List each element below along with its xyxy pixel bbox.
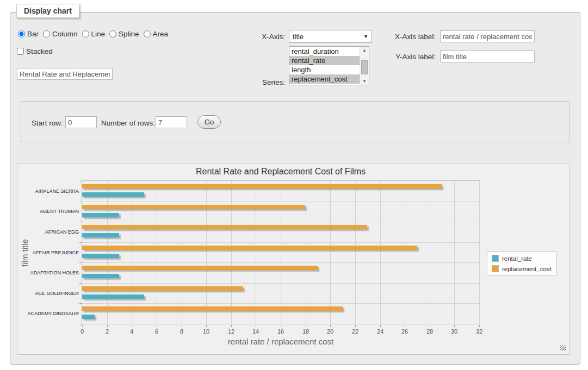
- x-tick-label: 10: [194, 328, 218, 335]
- x-tick-label: 14: [244, 328, 268, 335]
- x-axis-tick: [107, 325, 108, 327]
- y-axis-tick: [79, 303, 82, 304]
- x-axis-tick: [454, 325, 455, 327]
- y-axis-label-input[interactable]: [440, 51, 535, 62]
- y-axis-label-label: Y-Axis label:: [388, 53, 436, 61]
- gridline: [231, 181, 232, 324]
- x-tick-label: 18: [294, 328, 318, 335]
- bar-rental_rate: [82, 294, 144, 299]
- x-axis-tick: [281, 325, 281, 327]
- bar-rental_rate: [82, 254, 119, 258]
- x-axis-title: rental rate / replacement cost: [82, 337, 480, 346]
- x-tick-label: 30: [442, 328, 466, 335]
- bar-replacement_cost: [82, 306, 343, 311]
- y-category-label: ACE GOLDFINGER: [19, 291, 79, 296]
- x-tick-label: 26: [393, 328, 417, 335]
- x-tick-label: 32: [467, 328, 491, 335]
- y-axis-tick: [79, 242, 82, 243]
- scroll-down-icon[interactable]: ▼: [360, 79, 369, 84]
- gridline: [82, 242, 479, 243]
- gridline: [430, 181, 430, 324]
- x-tick-label: 2: [95, 328, 119, 335]
- bar-replacement_cost: [82, 286, 243, 291]
- chart-type-radio-label: Area: [153, 30, 169, 38]
- scroll-up-icon[interactable]: ▲: [360, 48, 369, 53]
- bar-replacement_cost: [82, 246, 417, 250]
- panel-legend: Display chart: [16, 4, 79, 18]
- x-axis-tick: [479, 325, 480, 327]
- chart-type-radios: BarColumnLineSplineArea: [18, 30, 171, 38]
- gridline: [157, 181, 157, 324]
- stacked-option[interactable]: Stacked: [17, 47, 53, 55]
- gridline: [405, 181, 405, 324]
- chart-type-radio-column[interactable]: [43, 30, 50, 37]
- x-tick-label: 28: [418, 328, 442, 335]
- x-axis-tick: [330, 325, 331, 327]
- x-axis-select-label: X-Axis:: [248, 33, 285, 41]
- gridline: [132, 181, 132, 324]
- x-tick-label: 6: [145, 328, 169, 335]
- x-tick-label: 12: [219, 328, 243, 335]
- gridline: [206, 181, 207, 324]
- y-axis-tick: [79, 202, 82, 202]
- scrollbar-thumb[interactable]: [361, 60, 368, 74]
- x-axis-tick: [82, 325, 83, 327]
- gridline: [82, 202, 479, 202]
- x-tick-label: 22: [343, 328, 367, 335]
- x-axis-tick: [182, 325, 182, 327]
- chart-type-radio-spline[interactable]: [109, 30, 116, 37]
- chart-type-option-bar[interactable]: Bar: [18, 30, 39, 38]
- bar-rental_rate: [82, 274, 119, 278]
- stacked-checkbox[interactable]: [17, 48, 24, 55]
- chart-type-radio-bar[interactable]: [18, 30, 25, 37]
- y-category-label: AFFAIR PREJUDICE: [19, 250, 79, 255]
- series-option-length[interactable]: length: [289, 65, 360, 74]
- chart-type-radio-label: Spline: [119, 30, 139, 38]
- x-axis-tick: [132, 325, 132, 327]
- gridline: [454, 181, 455, 324]
- chart-container: Rental Rate and Replacement Cost of Film…: [17, 164, 570, 355]
- start-row-input[interactable]: [65, 116, 97, 128]
- x-axis-label-label: X-Axis label:: [388, 33, 436, 41]
- gridline: [479, 181, 480, 324]
- gridline: [256, 181, 256, 324]
- gridline: [355, 181, 356, 324]
- chart-type-radio-line[interactable]: [82, 30, 89, 37]
- gridline: [82, 303, 479, 304]
- x-axis-tick: [157, 325, 157, 327]
- num-rows-input[interactable]: [156, 116, 187, 128]
- series-option-rental_duration[interactable]: rental_duration: [289, 47, 360, 56]
- bar-replacement_cost: [82, 184, 442, 189]
- chart-type-radio-label: Column: [52, 30, 78, 38]
- gridline: [82, 222, 479, 222]
- x-axis-select[interactable]: title ▼: [289, 30, 372, 43]
- chart-type-radio-area[interactable]: [144, 30, 151, 37]
- series-option-rental_rate[interactable]: rental_rate: [289, 56, 360, 65]
- chart-type-option-spline[interactable]: Spline: [109, 30, 139, 38]
- series-listbox[interactable]: rental_durationrental_ratelengthreplacem…: [289, 46, 369, 85]
- legend-swatch-replacement_cost: [492, 265, 499, 272]
- go-button[interactable]: Go: [197, 115, 221, 129]
- chart-type-option-area[interactable]: Area: [144, 30, 169, 38]
- chart-title-input[interactable]: [17, 68, 113, 80]
- y-category-label: AFRICAN EGG: [19, 229, 79, 235]
- x-axis-tick: [306, 325, 306, 327]
- chart-title: Rental Rate and Replacement Cost of Film…: [82, 167, 480, 177]
- series-options: rental_durationrental_ratelengthreplacem…: [289, 47, 360, 85]
- x-axis-label-input[interactable]: [440, 30, 535, 42]
- x-tick-label: 24: [368, 328, 392, 335]
- chart-type-option-line[interactable]: Line: [82, 30, 106, 38]
- legend-swatch-rental_rate: [492, 255, 499, 262]
- bar-replacement_cost: [82, 225, 367, 229]
- gridline: [306, 181, 306, 324]
- series-option-replacement_cost[interactable]: replacement_cost: [289, 74, 360, 84]
- bar-rental_rate: [82, 213, 119, 217]
- bar-rental_rate: [82, 233, 119, 237]
- x-axis-selected-value: title: [293, 33, 304, 41]
- resize-handle-icon[interactable]: [560, 345, 566, 350]
- legend-label: rental_rate: [502, 255, 532, 262]
- x-axis-tick: [206, 325, 207, 327]
- series-scrollbar[interactable]: ▲ ▼: [360, 47, 369, 85]
- gridline: [182, 181, 182, 324]
- chart-type-option-column[interactable]: Column: [43, 30, 78, 38]
